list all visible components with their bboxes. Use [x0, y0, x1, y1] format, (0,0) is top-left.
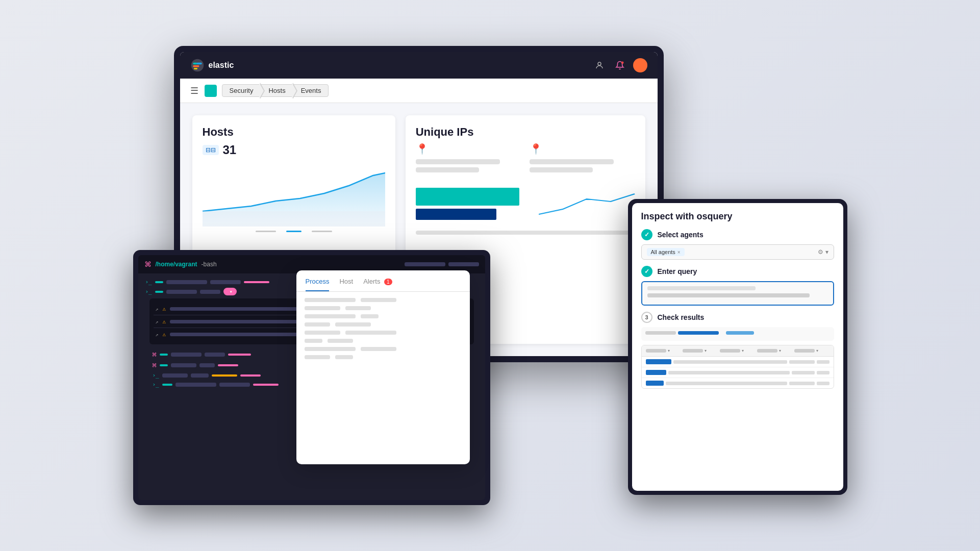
ip-charts-row — [416, 184, 635, 224]
panel-row-2 — [305, 306, 462, 310]
cell-ph-6 — [789, 382, 815, 385]
bash-text: -bash — [202, 261, 217, 268]
gear-icon: ⚙ — [818, 248, 823, 256]
ph-bar-2 — [210, 280, 241, 284]
pill-pink-1 — [244, 281, 269, 283]
results-section: 3 Check results — [632, 312, 843, 491]
hosts-number: 31 — [223, 143, 237, 157]
col-header-4: ▾ — [757, 348, 792, 353]
hamburger-icon[interactable]: ☰ — [190, 85, 198, 96]
step1-check: ✓ — [641, 229, 652, 240]
pr-4-2 — [335, 322, 371, 327]
col-header-5: ▾ — [794, 348, 830, 353]
pr-7-2 — [361, 347, 396, 351]
bl-ph-4 — [199, 363, 215, 367]
legend-line-2 — [312, 231, 332, 232]
pr-6-2 — [328, 339, 353, 343]
ip-col-2: 📍 — [530, 143, 635, 176]
tab-process[interactable]: Process — [306, 278, 330, 291]
term-prompt-2: ›_ — [145, 288, 152, 295]
col-header-1: ▾ — [646, 348, 681, 353]
pill-dropdown[interactable]: ▾ — [223, 288, 237, 295]
cell-blue-2 — [646, 370, 666, 375]
breadcrumb-security[interactable]: Security — [222, 84, 261, 97]
ph-bar-3 — [166, 290, 197, 294]
col-chevron-5[interactable]: ▾ — [816, 348, 818, 353]
ip-line-chart — [539, 184, 635, 224]
notification-icon[interactable] — [613, 58, 627, 72]
bl-pill-pink-1 — [228, 354, 251, 356]
bl-prompt-3: ›_ — [153, 372, 159, 379]
pill-teal-1 — [155, 281, 163, 283]
panel-row-5 — [305, 331, 462, 335]
pr-5-2 — [345, 331, 396, 335]
pr-7-1 — [305, 347, 356, 351]
topbar-ph-2 — [448, 262, 479, 266]
step3-header: 3 Check results — [641, 312, 834, 323]
cell-sm-3 — [817, 382, 830, 385]
breadcrumb-events[interactable]: Events — [293, 84, 329, 97]
bl-pill-pink-4 — [253, 384, 279, 386]
col-ph-1 — [646, 349, 666, 353]
step3-num: 3 — [641, 312, 652, 323]
pr-2-2 — [345, 306, 371, 310]
col-header-3: ▾ — [720, 348, 755, 353]
cell-sm-2 — [817, 371, 830, 374]
col-ph-5 — [794, 349, 815, 353]
step1-section: ✓ Select agents All agents × ⚙ ▾ — [632, 229, 843, 260]
col-chevron-3[interactable]: ▾ — [742, 348, 744, 353]
results-bar-row-1 — [645, 331, 830, 335]
svg-rect-2 — [193, 65, 199, 67]
bl-ph-2 — [205, 353, 225, 357]
green-square — [205, 85, 217, 97]
bl-pill-pink-2 — [218, 364, 238, 366]
pr-3-2 — [361, 314, 379, 318]
cell-sm-1 — [817, 360, 830, 364]
ph-bar-1 — [166, 280, 207, 284]
bl-ph-8 — [219, 383, 250, 387]
user-icon[interactable] — [592, 58, 607, 72]
pill-teal-2 — [155, 291, 163, 293]
bl-prompt-4: ›_ — [153, 381, 159, 388]
alert-warn-3: ⚠ — [163, 331, 166, 338]
path-text: /home/vagrant — [156, 261, 197, 268]
select-chevron: ▾ — [825, 248, 828, 256]
cell-blue-3 — [646, 381, 664, 386]
legend-line-active — [286, 231, 301, 232]
alert-warn-1: ⚠ — [163, 306, 166, 312]
ip-ph-4 — [530, 167, 593, 172]
elastic-icon-svg — [190, 58, 205, 72]
bl-icon-1: ⌘ — [153, 350, 157, 359]
location-icon-2: 📍 — [530, 143, 635, 155]
col-header-2: ▾ — [683, 348, 718, 353]
bl-icon-2: ⌘ — [153, 361, 157, 369]
breadcrumb-hosts[interactable]: Hosts — [261, 84, 293, 97]
ip-ph-1 — [416, 159, 500, 164]
tag-x[interactable]: × — [677, 249, 681, 255]
osquery-title: Inspect with osquery — [641, 211, 834, 222]
tab-alerts[interactable]: Alerts 1 — [363, 278, 392, 291]
elastic-logo: elastic — [190, 58, 234, 72]
panel-row-7 — [305, 347, 462, 351]
results-chart — [641, 327, 834, 341]
ip-row: 📍 📍 — [416, 143, 635, 176]
col-chevron-1[interactable]: ▾ — [668, 348, 670, 353]
tab-host[interactable]: Host — [339, 278, 353, 291]
svg-point-6 — [621, 62, 624, 64]
step2-check: ✓ — [641, 266, 652, 277]
col-chevron-2[interactable]: ▾ — [705, 348, 707, 353]
avatar-icon[interactable] — [633, 58, 647, 72]
ip-ph-2 — [416, 167, 479, 172]
query-box[interactable] — [641, 281, 834, 306]
rchart-ph-1 — [645, 331, 676, 335]
pr-1-1 — [305, 298, 356, 302]
results-row-1 — [642, 357, 834, 367]
cell-ph-1 — [673, 360, 787, 364]
agent-select[interactable]: All agents × ⚙ ▾ — [641, 244, 834, 260]
col-chevron-4[interactable]: ▾ — [779, 348, 781, 353]
dropdown-chevron: ▾ — [230, 289, 233, 294]
pr-4-1 — [305, 322, 330, 327]
cell-ph-5 — [666, 382, 787, 385]
pr-8-2 — [335, 355, 353, 359]
pr-3-1 — [305, 314, 356, 318]
